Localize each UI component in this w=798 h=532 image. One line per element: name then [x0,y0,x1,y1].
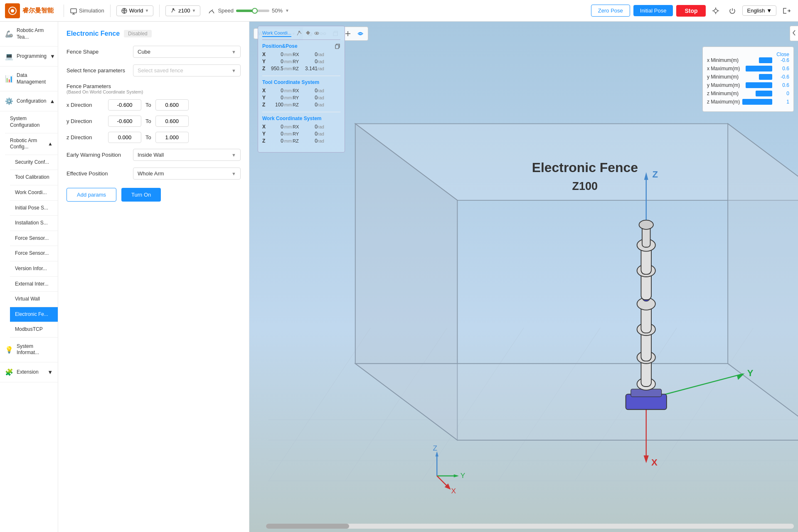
svg-rect-22 [335,45,339,49]
view-scrollbar[interactable] [266,524,794,529]
zero-pose-button[interactable]: Zero Pose [591,5,630,17]
coord-tab-eye[interactable] [314,30,320,37]
sidebar-item-configuration[interactable]: ⚙️ Configuration ▲ [0,91,58,111]
axis-unit: mm [283,95,293,100]
sidebar-item-work-coordi[interactable]: Work Coordi... [10,185,58,201]
fence-param-label: z Minimum(m) [707,91,756,96]
fence-param-bar [759,57,772,63]
axis-label: Z [262,66,269,71]
axis-unit: mm [283,131,293,136]
sidebar-item-robotic-arm[interactable]: 🦾 Robotic Arm Tea... [0,22,58,47]
svg-point-21 [316,33,318,34]
crosshair-icon-btn[interactable] [709,4,722,17]
coord-row-y: Y 0 mm RY 0 rad [262,95,340,101]
sidebar-item-force-sensor-1[interactable]: Force Sensor... [10,231,58,246]
logout-icon-btn[interactable] [780,4,793,17]
work-coord-label: Work Coordinate System [262,116,321,121]
simulation-icon-area: Simulation [70,7,104,15]
early-warning-value: Inside Wall [138,152,164,158]
speed-slider[interactable] [236,10,269,12]
rx-label: RZ [293,66,303,71]
panel-title-area: Electronic Fence Disabled [66,30,241,37]
world-dropdown[interactable]: World ▼ [116,5,154,16]
z-to-input[interactable] [155,132,189,143]
top-sep-3 [159,5,160,17]
sidebar-item-force-sensor-2[interactable]: Force Sensor... [10,246,58,261]
view-eye-icon[interactable] [355,28,366,39]
coord-row-y: Y 0 mm RY 0 rad [262,131,340,137]
fence-param-label: y Maximum(m) [707,82,746,88]
sidebar-item-initial-pose[interactable]: Initial Pose S... [10,201,58,216]
sidebar-item-external-inter[interactable]: External Inter... [10,277,58,292]
x-to-input[interactable] [155,99,189,111]
speed-dropdown-arrow[interactable]: ▼ [285,8,289,13]
axis-val: 0 [269,88,283,94]
sidebar-item-system-informat[interactable]: 💡 System Informat... [0,337,58,362]
rx-unit: rad [318,52,327,57]
copy-icon[interactable] [335,43,340,49]
rx-unit: rad [318,95,327,100]
collapse-panel-button[interactable] [790,26,798,41]
sidebar-label-data-management: Data Management [17,72,53,85]
fence-param-label: x Maximum(m) [707,66,746,71]
rx-label: RX [293,88,303,93]
fence-shape-value: Cube [138,49,150,55]
sidebar-item-data-management[interactable]: 📊 Data Management [0,66,58,91]
close-button[interactable]: Close [776,52,789,57]
configuration-icon: ⚙️ [5,97,13,105]
select-params-dropdown[interactable]: Select saved fence ▼ [133,64,241,76]
sidebar-item-installation[interactable]: Installation S... [10,216,58,231]
axis-val: 0 [269,131,283,137]
z-from-input[interactable] [108,132,141,143]
sidebar-item-extension[interactable]: 🧩 Extension ▼ [0,362,58,382]
axis-unit: mm [283,88,293,93]
sidebar-item-system-config[interactable]: System Configuration [5,111,58,133]
fence-param-row: z Maximum(m) 1 [707,99,789,105]
arm-dropdown[interactable]: z100 ▼ [165,5,200,16]
fence-param-row: y Maximum(m) 0.6 [707,82,789,88]
sidebar-item-electronic-fe[interactable]: Electronic Fe... [10,307,58,323]
sidebar-item-robotic-config[interactable]: Robotic Arm Config... ▲ [5,133,58,155]
effective-pos-dropdown[interactable]: Whole Arm ▼ [133,167,241,180]
y-from-input[interactable] [108,116,141,127]
sidebar-item-tool-calibration[interactable]: Tool Calibration [10,170,58,185]
coord-tab-work[interactable]: Work Coordi... [262,30,291,37]
tool-coord-label: Tool Coordinate System [262,79,319,85]
x-from-input[interactable] [108,99,141,111]
sidebar-label-modbus-tcp: ModbusTCP [15,326,43,333]
select-params-row: Select fence parameters Select saved fen… [66,64,241,76]
sidebar-label-robotic-config: Robotic Arm Config... [10,138,44,150]
fence-shape-arrow: ▼ [232,49,236,54]
svg-text:X: X [651,457,658,468]
axis-val: 0 [269,124,283,130]
rx-unit: rad [318,88,327,93]
initial-pose-button[interactable]: Initial Pose [633,5,673,16]
stop-button[interactable]: Stop [676,5,706,17]
logo: 睿尔曼智能 [5,3,54,18]
sidebar-item-security-conf[interactable]: Security Conf... [10,155,58,170]
speed-slider-thumb [252,8,258,14]
language-dropdown[interactable]: English ▼ [742,5,776,16]
power-icon-btn[interactable] [726,4,739,17]
sidebar-item-programming[interactable]: 💻 Programming ▼ [0,47,58,66]
y-to-input[interactable] [155,116,189,127]
fence-shape-dropdown[interactable]: Cube ▼ [133,46,241,58]
add-params-button[interactable]: Add params [66,188,116,202]
sidebar-item-virtual-wall[interactable]: Virtual Wall [10,292,58,307]
early-warning-dropdown[interactable]: Inside Wall ▼ [133,149,241,161]
sidebar-item-version-infor[interactable]: Version Infor... [10,261,58,277]
early-warning-row: Early Warning Position Inside Wall ▼ [66,149,241,161]
configuration-sub-menu: System Configuration Robotic Arm Config.… [0,111,58,337]
coord-tab-tool[interactable] [296,30,302,37]
top-bar: 睿尔曼智能 Simulation World ▼ z100 ▼ S [0,0,798,22]
turn-on-button[interactable]: Turn On [121,188,161,202]
coord-tab-diamond[interactable] [305,30,310,37]
effective-pos-value: Whole Arm [138,170,164,177]
position-pose-title: Position&Pose [262,43,340,49]
axis-label: Y [262,95,269,101]
axis-label: X [262,52,269,57]
view-scrollbar-thumb [266,524,349,529]
select-params-arrow: ▼ [232,68,236,73]
rx-label: RZ [293,138,303,143]
sidebar-item-modbus-tcp[interactable]: ModbusTCP [10,322,58,337]
